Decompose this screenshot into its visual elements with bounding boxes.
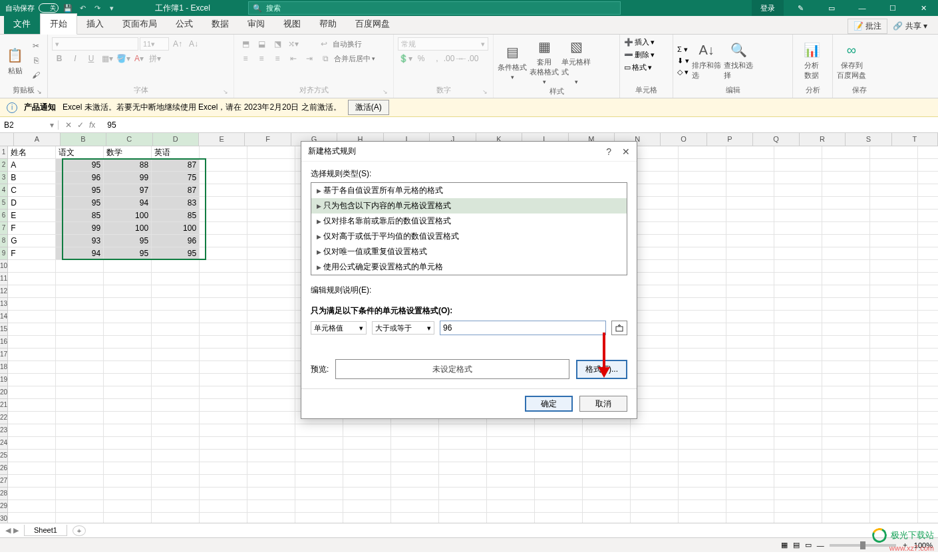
cell[interactable]	[247, 197, 295, 210]
inc-decimal-icon[interactable]: .00→	[446, 52, 460, 65]
tab-home[interactable]: 开始	[40, 13, 77, 35]
comma-icon[interactable]: ,	[430, 52, 444, 65]
cell[interactable]	[535, 513, 583, 523]
cell[interactable]	[631, 462, 679, 475]
currency-icon[interactable]: 💲▾	[398, 52, 412, 65]
cell[interactable]: 英语	[152, 146, 200, 159]
cell[interactable]	[583, 475, 631, 488]
cell[interactable]	[104, 437, 152, 450]
cell[interactable]	[822, 159, 870, 172]
cell[interactable]	[104, 500, 152, 513]
cell[interactable]	[726, 399, 774, 412]
cell[interactable]	[726, 386, 774, 399]
cell[interactable]	[247, 298, 295, 311]
cell[interactable]	[870, 247, 918, 260]
cell[interactable]	[822, 298, 870, 311]
cell[interactable]	[631, 475, 679, 488]
cell[interactable]	[439, 424, 487, 437]
cell[interactable]	[822, 399, 870, 412]
cell[interactable]	[152, 374, 200, 386]
cell[interactable]	[631, 159, 679, 172]
cell[interactable]	[343, 475, 391, 488]
cell[interactable]	[870, 349, 918, 361]
cell[interactable]	[870, 298, 918, 311]
cell[interactable]	[918, 311, 938, 323]
cell[interactable]	[200, 184, 247, 197]
row-header[interactable]: 16	[0, 336, 8, 349]
tab-file[interactable]: 文件	[4, 14, 40, 34]
cell[interactable]	[343, 513, 391, 523]
cell[interactable]	[56, 399, 104, 412]
cell[interactable]	[247, 273, 295, 285]
cell[interactable]	[8, 513, 56, 523]
cell[interactable]	[56, 488, 104, 500]
row-header[interactable]: 4	[0, 184, 8, 197]
cell[interactable]	[487, 488, 535, 500]
cell[interactable]	[870, 159, 918, 172]
cell[interactable]	[56, 500, 104, 513]
cell[interactable]	[870, 386, 918, 399]
cell[interactable]	[774, 184, 822, 197]
increase-font-icon[interactable]: A↑	[170, 37, 185, 51]
cell[interactable]	[8, 260, 56, 273]
cell[interactable]	[726, 172, 774, 184]
cell[interactable]	[487, 513, 535, 523]
col-header[interactable]: Q	[753, 133, 799, 146]
cell[interactable]	[487, 462, 535, 475]
cell[interactable]	[631, 146, 679, 159]
cell[interactable]	[822, 222, 870, 235]
cell[interactable]	[870, 323, 918, 336]
cell[interactable]	[870, 235, 918, 247]
cell[interactable]	[918, 222, 938, 235]
cell[interactable]	[822, 260, 870, 273]
cell[interactable]	[439, 500, 487, 513]
cell[interactable]	[56, 412, 104, 424]
cell[interactable]	[295, 513, 343, 523]
cell[interactable]	[200, 386, 247, 399]
row-header[interactable]: 3	[0, 172, 8, 184]
cell[interactable]	[822, 488, 870, 500]
cancel-button[interactable]: 取消	[579, 396, 627, 412]
row-header[interactable]: 18	[0, 361, 8, 374]
cell[interactable]	[726, 235, 774, 247]
cell[interactable]	[918, 424, 938, 437]
cell[interactable]	[822, 424, 870, 437]
cell[interactable]	[295, 437, 343, 450]
align-middle-icon[interactable]: ⬓	[254, 37, 269, 51]
cell[interactable]	[679, 247, 726, 260]
cell[interactable]	[870, 210, 918, 222]
cell[interactable]	[631, 311, 679, 323]
cell[interactable]	[822, 513, 870, 523]
cell[interactable]: F	[8, 222, 56, 235]
cell[interactable]	[774, 424, 822, 437]
cell[interactable]	[391, 424, 439, 437]
cell[interactable]	[774, 146, 822, 159]
cell[interactable]: F	[8, 247, 56, 260]
cell[interactable]	[918, 197, 938, 210]
cell[interactable]	[631, 222, 679, 235]
cell[interactable]	[439, 475, 487, 488]
cell[interactable]: 97	[104, 184, 152, 197]
cell[interactable]	[918, 386, 938, 399]
cell[interactable]	[774, 386, 822, 399]
cell[interactable]	[870, 500, 918, 513]
rule-type-item[interactable]: 仅对高于或低于平均值的数值设置格式	[311, 229, 627, 244]
col-header[interactable]: R	[800, 133, 846, 146]
cell[interactable]	[200, 349, 247, 361]
bold-icon[interactable]: B	[52, 52, 67, 65]
cell[interactable]	[679, 146, 726, 159]
cell[interactable]: 语文	[56, 146, 104, 159]
cell[interactable]	[247, 450, 295, 462]
cell[interactable]	[56, 298, 104, 311]
cell[interactable]	[247, 475, 295, 488]
row-header[interactable]: 20	[0, 386, 8, 399]
cell[interactable]	[439, 437, 487, 450]
cell[interactable]	[391, 475, 439, 488]
row-header[interactable]: 13	[0, 298, 8, 311]
cell[interactable]	[631, 210, 679, 222]
phonetic-icon[interactable]: 拼▾	[148, 52, 162, 65]
cell[interactable]	[726, 285, 774, 298]
cell[interactable]	[726, 412, 774, 424]
fill-color-icon[interactable]: 🪣▾	[116, 52, 130, 65]
cell[interactable]	[679, 260, 726, 273]
